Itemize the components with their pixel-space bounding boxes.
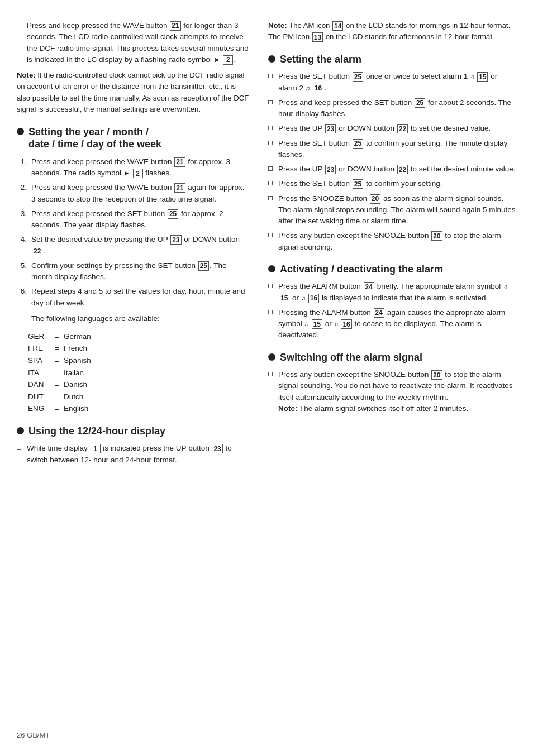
lang-row-dut: DUT=Dutch — [28, 391, 249, 403]
box-2a: 2 — [133, 169, 143, 178]
activate-alarm-section: Activating / deactivating the alarm Pres… — [268, 263, 516, 341]
lang-code-dan: DAN — [28, 379, 50, 391]
lang-eq-spa: = — [50, 355, 64, 367]
box-13: 13 — [312, 32, 323, 42]
lang-name-eng: English — [64, 403, 108, 415]
lang-name-dan: Danish — [64, 379, 108, 391]
sq-6 — [268, 181, 273, 185]
box-16a: 16 — [313, 84, 323, 93]
lang-intro-text: The following languages are available: — [31, 313, 249, 325]
set-alarm-item-3: Press the UP 23 or DOWN button 22 to set… — [268, 123, 516, 134]
hour-display-item: While time display 1 is indicated press … — [17, 443, 249, 466]
lang-eq-ger: = — [50, 331, 64, 343]
switch-off-item-1: Press any button except the SNOOZE butto… — [268, 369, 516, 414]
lang-name-ita: Italian — [64, 367, 108, 379]
switch-off-bullet-dot — [268, 353, 275, 361]
bell-icon-4: ♫ — [301, 295, 306, 302]
sq-off-1 — [268, 372, 273, 376]
box-15c: 15 — [312, 319, 322, 329]
sq-5 — [268, 166, 273, 171]
set-alarm-item-2: Press and keep pressed the SET button 25… — [268, 97, 516, 120]
year-step-4-text: Set the desired value by pressing the UP… — [31, 234, 249, 257]
hour-display-title: Using the 12/24-hour display — [17, 425, 249, 438]
lang-code-dut: DUT — [28, 391, 50, 403]
year-step-3: Press and keep pressed the SET button 25… — [17, 208, 249, 231]
box-1a: 1 — [91, 444, 101, 453]
wave-button-box: 21 — [170, 21, 180, 31]
year-steps-list: Press and keep pressed the WAVE button 2… — [17, 156, 249, 309]
box-23a: 23 — [170, 235, 181, 245]
box-16b: 16 — [308, 294, 319, 303]
lang-row-eng: ENG=English — [28, 403, 249, 415]
set-alarm-item-4: Press the SET button 25 to confirm your … — [268, 138, 516, 161]
box-25d: 25 — [415, 98, 425, 108]
set-alarm-item-4-text: Press the SET button 25 to confirm your … — [278, 138, 516, 161]
year-step-4: Set the desired value by pressing the UP… — [17, 234, 249, 257]
set-alarm-item-2-text: Press and keep pressed the SET button 25… — [278, 97, 516, 120]
box-22c: 22 — [397, 165, 408, 174]
lang-row-ita: ITA=Italian — [28, 367, 249, 379]
bullet-square — [17, 23, 21, 27]
activate-alarm-list: Press the ALARM button 24 briefly. The a… — [268, 281, 516, 341]
language-table: GER=German FRE=French SPA=Spanish ITA=It… — [28, 331, 249, 415]
set-alarm-item-5-text: Press the UP 23 or DOWN button 22 to set… — [278, 164, 515, 175]
intro-bullet-text: Press and keep pressed the WAVE button 2… — [27, 20, 249, 65]
sq-4 — [268, 141, 273, 145]
set-alarm-item-8: Press any button except the SNOOZE butto… — [268, 230, 516, 253]
year-step-6-text: Repeat steps 4 and 5 to set the values f… — [31, 286, 249, 309]
set-alarm-bullet-dot — [268, 55, 275, 63]
set-alarm-item-8-text: Press any button except the SNOOZE butto… — [278, 230, 516, 253]
set-alarm-item-7: Press the SNOOZE button 20 as soon as th… — [268, 193, 516, 227]
year-step-1-text: Press and keep pressed the WAVE button 2… — [31, 156, 249, 179]
set-alarm-item-6-text: Press the SET button 25 to confirm your … — [278, 178, 442, 189]
sq-3 — [268, 126, 273, 130]
sq-act-2 — [268, 310, 273, 314]
switch-off-section: Switching off the alarm signal Press any… — [268, 351, 516, 415]
hour-display-list: While time display 1 is indicated press … — [17, 443, 249, 466]
set-alarm-item-5: Press the UP 23 or DOWN button 22 to set… — [268, 164, 516, 175]
page-content: Press and keep pressed the WAVE button 2… — [0, 0, 533, 496]
year-section: Setting the year / month /date / time / … — [17, 126, 249, 415]
year-section-title: Setting the year / month /date / time / … — [17, 126, 249, 151]
box-23c: 23 — [325, 124, 336, 133]
hour-display-sq — [17, 446, 21, 450]
box-23d: 23 — [325, 165, 336, 174]
box-20a: 20 — [370, 194, 380, 204]
box-25c: 25 — [353, 72, 363, 82]
activate-alarm-bullet-dot — [268, 265, 275, 272]
intro-note: Note: If the radio-controlled clock cann… — [17, 70, 249, 116]
switch-off-title-text: Switching off the alarm signal — [280, 351, 422, 364]
am-pm-note-section: Note: The AM icon 14 on the LCD stands f… — [268, 20, 516, 43]
lang-eq-eng: = — [50, 403, 64, 415]
switch-off-title: Switching off the alarm signal — [268, 351, 516, 364]
sq-7 — [268, 196, 273, 200]
box-25b: 25 — [198, 261, 209, 271]
hour-display-item-text: While time display 1 is indicated press … — [27, 443, 249, 466]
box-22a: 22 — [32, 247, 42, 256]
radio-symbol: ► — [214, 56, 221, 64]
box-16c: 16 — [341, 319, 351, 329]
sq-2 — [268, 100, 273, 104]
switch-off-list: Press any button except the SNOOZE butto… — [268, 369, 516, 414]
box-15b: 15 — [279, 294, 289, 303]
set-alarm-item-1-text: Press the SET button 25 once or twice to… — [278, 71, 516, 94]
set-alarm-item-1: Press the SET button 25 once or twice to… — [268, 71, 516, 94]
set-alarm-item-3-text: Press the UP 23 or DOWN button 22 to set… — [278, 123, 491, 134]
year-step-6: Repeat steps 4 and 5 to set the values f… — [17, 286, 249, 309]
bell-icon-3: ♫ — [503, 284, 507, 290]
year-step-3-text: Press and keep pressed the SET button 25… — [31, 208, 249, 231]
lang-row-ger: GER=German — [28, 331, 249, 343]
activate-alarm-title: Activating / deactivating the alarm — [268, 263, 516, 276]
sq-8 — [268, 233, 273, 237]
radio-icon-1: ► — [123, 170, 130, 178]
lang-name-dut: Dutch — [64, 391, 108, 403]
sq-1 — [268, 74, 273, 78]
box-22b: 22 — [397, 124, 408, 133]
set-alarm-item-6: Press the SET button 25 to confirm your … — [268, 178, 516, 189]
activate-alarm-item-1-text: Press the ALARM button 24 briefly. The a… — [278, 281, 516, 304]
activate-alarm-title-text: Activating / deactivating the alarm — [280, 263, 443, 276]
year-step-2-text: Press and keep pressed the WAVE button 2… — [31, 182, 249, 205]
page-number: 26 GB/MT — [17, 731, 50, 739]
year-bullet-dot — [17, 128, 24, 135]
box-23b: 23 — [212, 444, 222, 453]
